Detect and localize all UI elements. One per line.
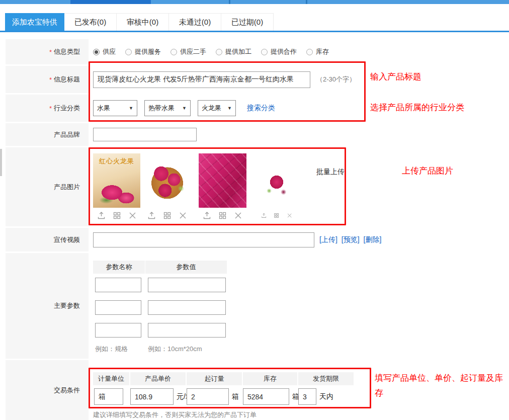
trade-label: 交易条件 (6, 360, 89, 420)
unit-header: 计量单位 (93, 372, 129, 385)
grid-icon[interactable] (218, 211, 227, 220)
left-scroll-strip (0, 149, 2, 176)
param-name-input-3[interactable] (95, 323, 141, 338)
title-input[interactable] (93, 71, 310, 88)
param-name-header: 参数名称 (93, 261, 145, 274)
category-select-level1[interactable]: 水果 ▼ (93, 100, 137, 116)
title-length-hint: （2-30个字） (316, 75, 356, 84)
radio-icon[interactable] (171, 49, 177, 55)
form-row-brand: 产品品牌 (6, 123, 503, 146)
info-type-option-4[interactable]: 提供加工 (216, 47, 251, 56)
search-category-link[interactable]: 搜索分类 (247, 104, 275, 113)
chevron-down-icon: ▼ (227, 106, 232, 111)
required-asterisk: * (49, 48, 52, 56)
param-value-input-3[interactable] (148, 323, 226, 338)
title-label: * 信息标题 (6, 66, 89, 93)
param-name-input-1[interactable] (95, 278, 141, 292)
info-type-radio-group: 供应提供服务供应二手提供加工提供合作库存 (89, 39, 503, 64)
product-image-card: 红心火龙果 (93, 153, 140, 220)
stock-header: 库存 (242, 372, 297, 385)
stock-input[interactable] (243, 388, 289, 405)
delete-icon[interactable] (287, 211, 292, 220)
trade-note: 建议详细填写交易条件，否则买家无法为您的产品下订单 (93, 410, 257, 419)
grid-icon[interactable] (163, 211, 172, 220)
upload-icon[interactable] (147, 211, 156, 220)
unit-input[interactable] (94, 388, 123, 405)
tab-under-review[interactable]: 审核中(0) (117, 13, 169, 31)
publish-product-page: 添加农宝特供 已发布(0) 审核中(0) 未通过(0) 已过期(0) * 信息类… (0, 0, 509, 420)
radio-icon[interactable] (261, 49, 268, 55)
tab-add-special-supply[interactable]: 添加农宝特供 (5, 13, 64, 31)
param-value-input-2[interactable] (148, 300, 226, 315)
radio-icon[interactable] (306, 49, 313, 55)
image-action-icons (146, 211, 189, 220)
upload-icon[interactable] (261, 211, 267, 220)
product-image-3[interactable] (199, 153, 246, 208)
tab-expired[interactable]: 已过期(0) (221, 13, 274, 31)
top-bar-divider (229, 0, 230, 4)
grid-icon[interactable] (274, 211, 279, 220)
delivery-header: 发货期限 (297, 372, 354, 385)
delete-icon[interactable] (234, 211, 242, 220)
info-type-option-1[interactable]: 供应 (93, 47, 116, 56)
form-row-info-type: * 信息类型 供应提供服务供应二手提供加工提供合作库存 (6, 39, 503, 64)
required-asterisk: * (49, 76, 52, 83)
price-header: 产品单价 (129, 372, 186, 385)
upload-icon[interactable] (97, 211, 106, 220)
product-image-1[interactable]: 红心火龙果 (93, 153, 140, 208)
image-banner-text: 红心火龙果 (93, 157, 140, 166)
params-header: 参数名称 参数值 (93, 261, 227, 274)
moq-unit-suffix: 箱 (232, 392, 239, 401)
category-select-level3[interactable]: 火龙果 ▼ (198, 100, 236, 116)
form-row-video: 宣传视频 [上传] [预览] [删除] (6, 228, 503, 251)
top-progress-segment (70, 0, 151, 4)
param-row (93, 323, 226, 338)
video-upload-link[interactable]: [上传] (319, 235, 337, 244)
top-bar-divider (306, 0, 307, 4)
upload-icon[interactable] (203, 211, 211, 220)
delete-icon[interactable] (179, 211, 187, 220)
delete-icon[interactable] (128, 211, 137, 220)
trade-table-header: 计量单位 产品单价 起订量 库存 发货期限 (93, 372, 354, 385)
image-action-icons (199, 211, 246, 220)
tab-rejected[interactable]: 未通过(0) (169, 13, 221, 31)
param-name-input-2[interactable] (95, 300, 141, 315)
info-type-option-6[interactable]: 库存 (306, 47, 329, 56)
images-label: 产品图片 (6, 147, 89, 226)
tab-underline (0, 31, 509, 32)
moq-input[interactable] (187, 388, 229, 405)
moq-header: 起订量 (186, 372, 242, 385)
price-input[interactable] (130, 388, 174, 405)
form-row-params: 主要参数 参数名称 参数值 (6, 253, 503, 359)
image-action-icons (93, 211, 140, 220)
info-type-label: * 信息类型 (6, 39, 89, 64)
delivery-input[interactable] (298, 388, 316, 405)
info-type-option-3[interactable]: 供应二手 (171, 47, 206, 56)
form-row-title: * 信息标题 （2-30个字） (6, 66, 503, 93)
info-type-option-5[interactable]: 提供合作 (261, 47, 297, 56)
video-delete-link[interactable]: [删除] (364, 235, 382, 244)
param-value-input-1[interactable] (148, 278, 226, 292)
product-form: * 信息类型 供应提供服务供应二手提供加工提供合作库存 * 信息标题 （2-30… (6, 39, 503, 420)
params-label: 主要参数 (6, 253, 89, 359)
chevron-down-icon: ▼ (182, 106, 187, 111)
radio-icon[interactable] (125, 49, 132, 55)
video-preview-link[interactable]: [预览] (342, 235, 360, 244)
radio-icon[interactable] (216, 49, 222, 55)
tab-published[interactable]: 已发布(0) (64, 13, 117, 31)
param-row (93, 300, 226, 315)
product-image-4[interactable] (261, 169, 292, 199)
product-image-2[interactable] (146, 156, 189, 205)
product-image-card (146, 153, 189, 220)
category-select-level2[interactable]: 热带水果 ▼ (144, 100, 191, 116)
info-type-option-2[interactable]: 提供服务 (125, 47, 161, 56)
required-asterisk: * (49, 105, 52, 112)
form-row-trade: 交易条件 计量单位 产品单价 起订量 库存 发货期限 元/箱 (6, 360, 503, 420)
param-row (93, 278, 226, 292)
brand-input[interactable] (93, 128, 197, 141)
radio-selected-icon[interactable] (93, 49, 100, 55)
video-url-input[interactable] (93, 232, 314, 247)
product-image-card (199, 153, 246, 220)
grid-icon[interactable] (113, 211, 121, 220)
batch-upload-link[interactable]: 批量上传 (316, 167, 345, 177)
